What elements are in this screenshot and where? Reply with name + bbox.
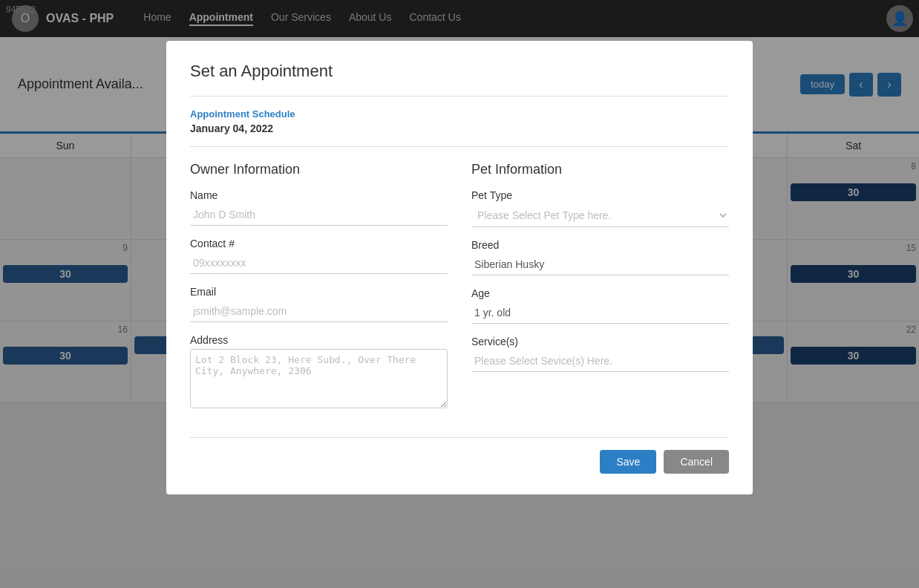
- email-input[interactable]: [190, 301, 448, 322]
- name-group: Name: [190, 189, 448, 226]
- appointment-modal: Set an Appointment Appointment Schedule …: [166, 41, 753, 494]
- breed-group: Breed: [471, 239, 729, 275]
- age-group: Age: [471, 287, 729, 324]
- contact-group: Contact #: [190, 238, 448, 274]
- contact-label: Contact #: [190, 238, 448, 249]
- address-group: Address: [190, 334, 448, 411]
- pet-section: Pet Information Pet Type Please Select P…: [471, 162, 729, 422]
- modal-footer: Save Cancel: [190, 437, 729, 474]
- modal-form: Owner Information Name Contact # Email A…: [190, 162, 729, 422]
- cancel-button[interactable]: Cancel: [664, 450, 729, 474]
- email-label: Email: [190, 286, 448, 298]
- name-label: Name: [190, 189, 448, 201]
- name-input[interactable]: [190, 204, 448, 226]
- services-input[interactable]: [471, 350, 729, 372]
- pet-type-select[interactable]: Please Select Pet Type here.: [471, 204, 729, 227]
- address-input[interactable]: [190, 349, 448, 408]
- schedule-label: Appointment Schedule: [190, 108, 729, 120]
- age-label: Age: [471, 287, 729, 299]
- owner-section-title: Owner Information: [190, 162, 448, 177]
- email-group: Email: [190, 286, 448, 322]
- pet-type-label: Pet Type: [471, 189, 729, 201]
- modal-title: Set an Appointment: [190, 62, 729, 81]
- pet-type-group: Pet Type Please Select Pet Type here.: [471, 189, 729, 227]
- age-input[interactable]: [471, 302, 729, 324]
- owner-section: Owner Information Name Contact # Email A…: [190, 162, 448, 422]
- breed-label: Breed: [471, 239, 729, 251]
- save-button[interactable]: Save: [600, 450, 656, 474]
- breed-input[interactable]: [471, 254, 729, 275]
- services-group: Service(s): [471, 336, 729, 372]
- contact-input[interactable]: [190, 252, 448, 274]
- appointment-date: January 04, 2022: [190, 122, 729, 134]
- address-label: Address: [190, 334, 448, 346]
- modal-divider-mid: [190, 146, 729, 147]
- services-label: Service(s): [471, 336, 729, 347]
- pet-section-title: Pet Information: [471, 162, 729, 177]
- modal-divider-top: [190, 96, 729, 97]
